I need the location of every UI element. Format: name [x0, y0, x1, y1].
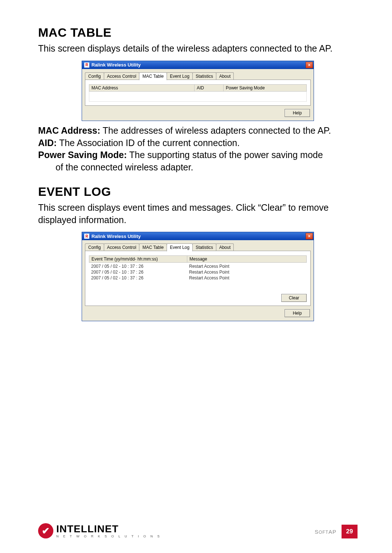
- tab-config[interactable]: Config: [85, 243, 104, 251]
- brand-logo-icon: ✔: [38, 523, 53, 538]
- aid-def: The Association ID of the current connec…: [57, 138, 240, 148]
- section-label: SOFTAP: [315, 529, 336, 535]
- psm-term: Power Saving Mode:: [38, 150, 127, 160]
- tab-mac-table[interactable]: MAC Table: [139, 72, 167, 80]
- col-aid[interactable]: AID: [194, 84, 223, 92]
- mac-table-heading: MAC TABLE: [38, 25, 358, 40]
- table-header: Event Time (yy/mm/dd- hh:mm:ss) Message: [89, 255, 307, 263]
- tab-access-control[interactable]: Access Control: [104, 72, 140, 80]
- event-log-panel: Event Time (yy/mm/dd- hh:mm:ss) Message …: [85, 251, 311, 306]
- ralink-window-mac-table: R Ralink Wireless Utility × Config Acces…: [82, 61, 314, 121]
- help-button[interactable]: Help: [285, 309, 310, 317]
- cell-time: 2007 / 05 / 02 - 10 : 37 : 26: [89, 263, 187, 269]
- col-power-saving-mode[interactable]: Power Saving Mode: [223, 84, 307, 92]
- tab-mac-table[interactable]: MAC Table: [139, 243, 167, 251]
- tab-event-log[interactable]: Event Log: [167, 243, 193, 251]
- cell-time: 2007 / 05 / 02 - 10 : 37 : 26: [89, 275, 187, 281]
- mac-address-term: MAC Address:: [38, 125, 100, 136]
- table-header: MAC Address AID Power Saving Mode: [89, 84, 307, 92]
- app-icon: R: [84, 234, 89, 239]
- app-icon: R: [84, 62, 89, 68]
- close-icon[interactable]: ×: [306, 62, 313, 68]
- close-icon[interactable]: ×: [306, 233, 313, 239]
- table-row[interactable]: 2007 / 05 / 02 - 10 : 37 : 26 Restart Ac…: [89, 275, 307, 281]
- tab-about[interactable]: About: [216, 243, 234, 251]
- brand-name: INTELLINET: [56, 524, 162, 534]
- tabstrip: Config Access Control MAC Table Event Lo…: [82, 69, 314, 80]
- cell-message: Restart Access Point: [187, 275, 232, 281]
- event-log-intro: This screen displays event times and mes…: [38, 202, 358, 226]
- mac-address-def: The addresses of wireless adapters conne…: [100, 125, 331, 136]
- tab-config[interactable]: Config: [85, 72, 104, 80]
- tab-statistics[interactable]: Statistics: [192, 72, 216, 80]
- table-row[interactable]: 2007 / 05 / 02 - 10 : 37 : 26 Restart Ac…: [89, 263, 307, 269]
- cell-message: Restart Access Point: [187, 269, 232, 275]
- tabstrip: Config Access Control MAC Table Event Lo…: [82, 240, 314, 251]
- tab-event-log[interactable]: Event Log: [167, 72, 193, 80]
- aid-term: AID:: [38, 138, 57, 148]
- window-title: Ralink Wireless Utility: [91, 234, 141, 239]
- cell-time: 2007 / 05 / 02 - 10 : 37 : 26: [89, 269, 187, 275]
- brand: ✔ INTELLINET N E T W O R K S O L U T I O…: [38, 523, 162, 538]
- window-title: Ralink Wireless Utility: [91, 62, 141, 68]
- titlebar: R Ralink Wireless Utility ×: [82, 232, 314, 240]
- event-log-rows: 2007 / 05 / 02 - 10 : 37 : 26 Restart Ac…: [89, 263, 307, 291]
- event-log-heading: EVENT LOG: [38, 185, 358, 199]
- empty-table-body: [89, 92, 307, 102]
- psm-def1: The supporting status of the power savin…: [127, 150, 323, 160]
- mac-table-intro: This screen displays details of the wire…: [38, 43, 358, 55]
- col-mac-address[interactable]: MAC Address: [89, 84, 194, 92]
- page-footer: ✔ INTELLINET N E T W O R K S O L U T I O…: [38, 523, 358, 538]
- mac-table-definitions: MAC Address: The addresses of wireless a…: [38, 125, 358, 174]
- page-number: 29: [342, 525, 358, 538]
- psm-def2: of the connected wireless adapter.: [56, 162, 193, 172]
- cell-message: Restart Access Point: [187, 263, 232, 269]
- ralink-window-event-log: R Ralink Wireless Utility × Config Acces…: [82, 232, 314, 321]
- tab-about[interactable]: About: [216, 72, 234, 80]
- tab-access-control[interactable]: Access Control: [104, 243, 140, 251]
- col-message[interactable]: Message: [187, 255, 307, 263]
- table-row[interactable]: 2007 / 05 / 02 - 10 : 37 : 26 Restart Ac…: [89, 269, 307, 275]
- tab-statistics[interactable]: Statistics: [192, 243, 216, 251]
- titlebar: R Ralink Wireless Utility ×: [82, 61, 314, 69]
- col-event-time[interactable]: Event Time (yy/mm/dd- hh:mm:ss): [89, 255, 187, 263]
- clear-button[interactable]: Clear: [281, 294, 307, 302]
- help-button[interactable]: Help: [285, 109, 310, 117]
- brand-tagline: N E T W O R K S O L U T I O N S: [56, 535, 162, 538]
- mac-table-panel: MAC Address AID Power Saving Mode: [85, 80, 311, 106]
